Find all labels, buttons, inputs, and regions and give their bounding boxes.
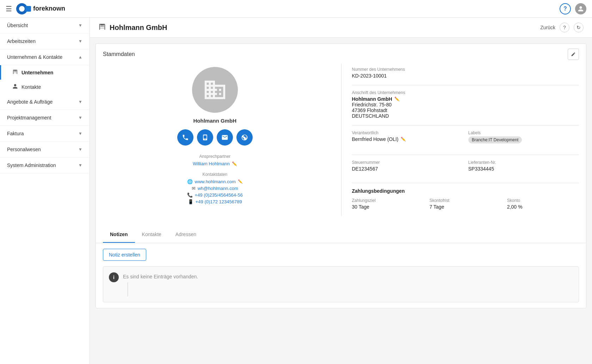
tab-kontakte[interactable]: Kontakte [135, 227, 168, 243]
company-avatar [192, 67, 238, 113]
steuer-label: Steuernummer [352, 160, 463, 165]
tab-notizen[interactable]: Notizen [103, 227, 135, 243]
layout: Übersicht ▼ Arbeitszeiten ▼ Unternehmen … [0, 18, 592, 364]
mobile-link[interactable]: +49 (0)172 123456789 [196, 199, 242, 204]
globe-icon: 🌐 [187, 179, 193, 184]
skonto-col: Skonto 2,00 % [507, 198, 579, 210]
phone-link[interactable]: +49 (0)235/4564564-56 [195, 192, 243, 198]
create-note-button[interactable]: Notiz erstellen [103, 249, 146, 261]
address-company-name: Hohlmann GmbH [352, 96, 392, 102]
left-panel: Hohlmann GmbH [103, 63, 341, 216]
chevron-down-icon: ▼ [78, 39, 82, 44]
right-panel: Nummer des Unternehmens KD-2023-10001 An… [341, 63, 579, 216]
sidebar-item-arbeitszeiten[interactable]: Arbeitszeiten ▼ [0, 33, 90, 49]
chevron-up-icon: ▲ [78, 55, 82, 60]
person-icon [12, 84, 18, 90]
page-header-left: Hohlmann GmbH [98, 23, 167, 32]
address-city: 47369 Flohstadt [352, 107, 579, 113]
mobile-button[interactable] [197, 129, 213, 146]
sidebar-item-faktura[interactable]: Faktura ▼ [0, 126, 90, 142]
ansprechpartner-section: Ansprechpartner William Hohlmann ✏️ [193, 154, 237, 166]
company-number-label: Nummer des Unternehmens [352, 67, 579, 72]
edit-button[interactable] [568, 49, 579, 60]
steuer-lieferant-section: Steuernummer DE1234567 Lieferanten-Nr. S… [352, 160, 579, 178]
empty-notes-area: i Es sind keine Einträge vorhanden. [103, 266, 579, 302]
user-avatar[interactable] [575, 3, 586, 14]
sidebar-item-system-administration[interactable]: System Administration ▼ [0, 158, 90, 173]
tab-content-notizen: Notiz erstellen i Es sind keine Einträge… [96, 243, 586, 308]
mobile-row: 📱 +49 (0)172 123456789 [187, 199, 243, 204]
email-button[interactable] [217, 129, 233, 146]
chevron-down-icon: ▼ [78, 23, 82, 28]
topbar-icons: ? [560, 3, 586, 14]
envelope-icon: ✉ [192, 186, 196, 191]
website-edit-icon[interactable]: ✏️ [238, 179, 243, 184]
company-header-icon [98, 23, 106, 32]
tab-adressen[interactable]: Adressen [168, 227, 203, 243]
labels-label: Labels [468, 130, 579, 135]
web-button[interactable] [236, 129, 253, 146]
divider-4 [352, 183, 579, 183]
verant-labels-section: Verantwortlich Bernfried Howe (OLI) ✏️ L… [352, 130, 579, 150]
sidebar-item-kontakte[interactable]: Kontakte [0, 80, 90, 94]
zahlungs-grid: Zahlungsziel 30 Tage Skontofrist 7 Tage … [352, 198, 579, 210]
verantwortlich-section: Verantwortlich Bernfried Howe (OLI) ✏️ [352, 130, 463, 143]
phone-button[interactable] [177, 129, 193, 146]
refresh-icon[interactable]: ↻ [574, 23, 584, 32]
address-street: Friedrichstr. 75-80 [352, 102, 579, 107]
lieferant-label: Lieferanten-Nr. [468, 160, 579, 165]
website-link[interactable]: www.hohlmann.com [195, 179, 236, 184]
label-badge: Branche:IT Development [468, 136, 522, 143]
mobile-icon: 📱 [188, 199, 193, 204]
address-company-row: Hohlmann GmbH ✏️ [352, 96, 579, 102]
labels-section: Labels Branche:IT Development [468, 130, 579, 143]
hamburger-menu[interactable]: ☰ [6, 5, 12, 13]
sidebar-sub-label-unternehmen: Unternehmen [21, 70, 53, 75]
email-link[interactable]: wh@hohlmann.com [198, 186, 238, 191]
sidebar-item-projektmanagement[interactable]: Projektmanagement ▼ [0, 110, 90, 126]
zahlungsziel-col: Zahlungsziel 30 Tage [352, 198, 424, 210]
chevron-down-icon: ▼ [78, 99, 82, 104]
chevron-down-icon: ▼ [78, 115, 82, 120]
website-row: 🌐 www.hohlmann.com ✏️ [187, 179, 243, 184]
address-section: Anschrift des Unternehmens Hohlmann GmbH… [352, 90, 579, 119]
email-row: ✉ wh@hohlmann.com [187, 186, 243, 191]
phone-row: 📞 +49 (0)235/4564564-56 [187, 192, 243, 198]
help-icon-small[interactable]: ? [560, 23, 569, 32]
divider-2 [352, 125, 579, 125]
main-card: Stammdaten Hohlmann GmbH [95, 43, 586, 308]
stammdaten-title: Stammdaten [103, 51, 135, 57]
ansprechpartner-link[interactable]: William Hohlmann [193, 161, 230, 166]
address-edit-icon[interactable]: ✏️ [394, 97, 400, 101]
chevron-down-icon: ▼ [78, 147, 82, 152]
kontaktdaten-label: Kontaktdaten [187, 172, 243, 177]
sidebar: Übersicht ▼ Arbeitszeiten ▼ Unternehmen … [0, 18, 90, 364]
ansprechpartner-edit-icon[interactable]: ✏️ [232, 161, 237, 166]
main-content: Hohlmann GmbH Zurück ? ↻ Stammdaten [90, 18, 592, 364]
zahlungsbedingungen-title: Zahlungsbedingungen [352, 188, 579, 194]
company-number-section: Nummer des Unternehmens KD-2023-10001 [352, 67, 579, 79]
empty-notes-text: Es sind keine Einträge vorhanden. [123, 272, 198, 279]
company-number-value: KD-2023-10001 [352, 73, 579, 79]
sidebar-item-ubersicht[interactable]: Übersicht ▼ [0, 18, 90, 33]
sidebar-item-unternehmen-kontakte[interactable]: Unternehmen & Kontakte ▲ [0, 49, 90, 65]
verantwortlich-edit-icon[interactable]: ✏️ [401, 137, 406, 142]
skontofrist-label: Skontofrist [430, 198, 501, 203]
company-name-display: Hohlmann GmbH [193, 118, 237, 124]
divider-3 [352, 155, 579, 155]
help-button[interactable]: ? [560, 3, 571, 14]
verantwortlich-row: Bernfried Howe (OLI) ✏️ [352, 136, 463, 142]
sidebar-item-personalwesen[interactable]: Personalwesen ▼ [0, 142, 90, 158]
sidebar-item-angebote[interactable]: Angebote & Aufträge ▼ [0, 94, 90, 110]
chevron-down-icon: ▼ [78, 163, 82, 168]
address-label: Anschrift des Unternehmens [352, 90, 579, 95]
page-header: Hohlmann GmbH Zurück ? ↻ [90, 18, 592, 38]
building-icon [12, 69, 18, 76]
skonto-label: Skonto [507, 198, 579, 203]
back-button[interactable]: Zurück [540, 25, 555, 30]
skonto-value: 2,00 % [507, 204, 579, 210]
steuer-section: Steuernummer DE1234567 [352, 160, 463, 172]
sidebar-item-unternehmen[interactable]: Unternehmen [0, 65, 90, 80]
lieferant-value: SP3334445 [468, 166, 579, 172]
skontofrist-col: Skontofrist 7 Tage [430, 198, 501, 210]
